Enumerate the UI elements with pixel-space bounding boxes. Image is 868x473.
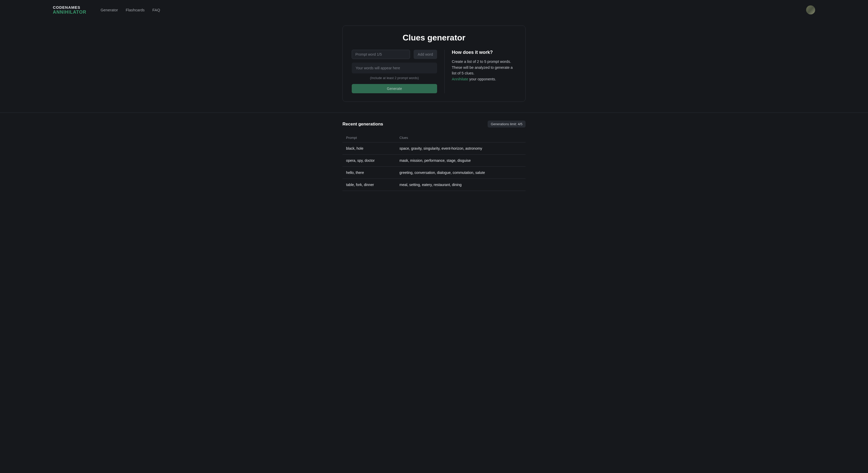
card-title: Clues generator xyxy=(352,33,516,42)
prompt-word-input[interactable] xyxy=(352,50,410,59)
main-container: Clues generator Add word Your words will… xyxy=(339,26,529,102)
recent-section: Recent generations Generations limit: 4/… xyxy=(339,121,529,201)
cell-clues: space, gravity, singularity, event-horiz… xyxy=(399,146,522,150)
info-panel: How does it work? Create a list of 2 to … xyxy=(452,50,516,93)
info-text-part2: your opponents. xyxy=(468,77,496,81)
info-highlight: Annihilate xyxy=(452,77,468,81)
nav-flashcards[interactable]: Flashcards xyxy=(126,8,145,12)
logo-line1: CODENAMES xyxy=(53,5,86,9)
cell-prompt: table, fork, dinner xyxy=(346,183,399,187)
nav-faq[interactable]: FAQ xyxy=(152,8,160,12)
words-display: Your words will appear here xyxy=(352,63,437,73)
table-head: Prompt Clues xyxy=(342,133,526,142)
card-body: Add word Your words will appear here (In… xyxy=(352,50,516,93)
add-word-button[interactable]: Add word xyxy=(414,50,437,59)
nav-generator[interactable]: Generator xyxy=(100,8,118,12)
cell-prompt: opera, spy, doctor xyxy=(346,159,399,163)
col-head-prompt: Prompt xyxy=(346,136,399,140)
hint-text: (Include at least 2 prompt words) xyxy=(352,76,437,80)
generator-card: Clues generator Add word Your words will… xyxy=(342,26,526,102)
recent-header: Recent generations Generations limit: 4/… xyxy=(342,121,526,128)
main-nav: Generator Flashcards FAQ xyxy=(100,8,160,12)
info-title: How does it work? xyxy=(452,50,516,55)
table-row: table, fork, dinner meal, setting, eater… xyxy=(342,179,526,191)
info-text-part1: Create a list of 2 to 5 prompt words. Th… xyxy=(452,60,513,75)
cell-prompt: hello, there xyxy=(346,171,399,175)
input-row: Add word xyxy=(352,50,437,59)
logo[interactable]: CODENAMES ANNIHILATOR xyxy=(53,5,86,15)
col-head-clues: Clues xyxy=(399,136,522,140)
logo-line2: ANNIHILATOR xyxy=(53,9,86,15)
cell-clues: greeting, conversation, dialogue, commut… xyxy=(399,171,522,175)
table-row: opera, spy, doctor mask, mission, perfor… xyxy=(342,155,526,167)
cell-clues: meal, setting, eatery, restaurant, dinin… xyxy=(399,183,522,187)
header: CODENAMES ANNIHILATOR Generator Flashcar… xyxy=(0,0,868,20)
recent-title: Recent generations xyxy=(342,122,383,127)
generator-form: Add word Your words will appear here (In… xyxy=(352,50,437,93)
horizontal-divider xyxy=(0,112,868,113)
generate-button[interactable]: Generate xyxy=(352,84,437,93)
cell-clues: mask, mission, performance, stage, disgu… xyxy=(399,159,522,163)
info-text: Create a list of 2 to 5 prompt words. Th… xyxy=(452,59,516,82)
recent-table: Prompt Clues black, hole space, gravity,… xyxy=(342,133,526,191)
table-row: black, hole space, gravity, singularity,… xyxy=(342,142,526,155)
table-row: hello, there greeting, conversation, dia… xyxy=(342,167,526,179)
cell-prompt: black, hole xyxy=(346,146,399,150)
avatar[interactable] xyxy=(806,5,815,14)
generations-limit-badge: Generations limit: 4/5 xyxy=(488,121,526,128)
